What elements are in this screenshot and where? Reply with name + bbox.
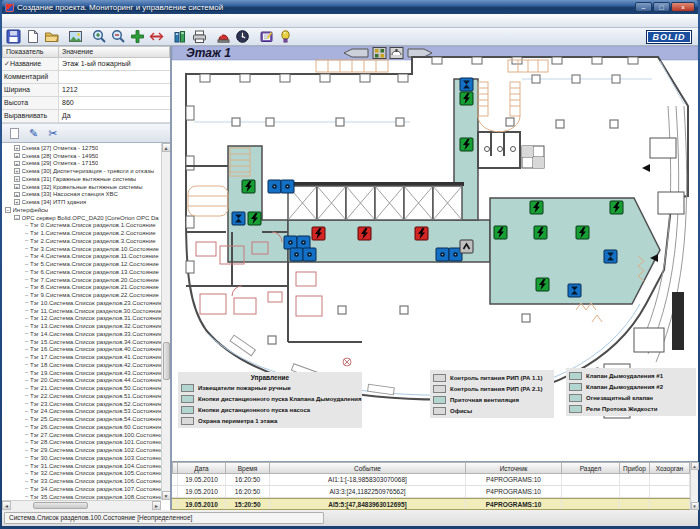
tree-item[interactable]: – Тэг 33.Система.Список разделов.106.Сос… bbox=[2, 477, 161, 485]
tree-item[interactable]: – Тэг 21.Система.Список разделов.50.Сост… bbox=[2, 384, 161, 392]
event-row[interactable]: 19.05.2010 15:20:50 AI5:5:[47,8483963012… bbox=[172, 498, 698, 510]
expand-icon[interactable]: – bbox=[23, 463, 30, 468]
tree-item[interactable]: – Тэг 15.Система.Список разделов.34.Сост… bbox=[2, 338, 161, 346]
tree-item[interactable]: – Тэг 32.Система.Список разделов.105.Сос… bbox=[2, 470, 161, 478]
manual-call-point-icon[interactable] bbox=[610, 201, 623, 214]
manual-call-point-icon[interactable] bbox=[494, 226, 507, 239]
tree-item[interactable]: + Схема [31] Гаражные вытяжные системы bbox=[2, 175, 161, 183]
tree-vertical-scrollbar[interactable]: ▲ ▼ bbox=[161, 143, 170, 500]
maximize-button[interactable]: □ bbox=[653, 2, 670, 12]
smoke-valve-icon[interactable] bbox=[568, 284, 581, 297]
prop-col-value[interactable]: Значение bbox=[59, 46, 170, 58]
tree-item[interactable]: – Тэг 18.Система.Список разделов.42.Сост… bbox=[2, 361, 161, 369]
tree-item[interactable]: – Тэг 27.Система.Список разделов.100.Сос… bbox=[2, 431, 161, 439]
expand-icon[interactable]: + bbox=[14, 153, 20, 159]
expand-icon[interactable]: – bbox=[23, 246, 30, 251]
tree-item[interactable]: + Схема [34] ИТП здания bbox=[2, 198, 161, 206]
expand-icon[interactable]: – bbox=[23, 324, 30, 329]
monitor-button[interactable] bbox=[233, 28, 252, 45]
scroll-thumb[interactable] bbox=[33, 502, 88, 509]
help-button[interactable] bbox=[276, 28, 295, 45]
zoom-in-button[interactable] bbox=[90, 28, 109, 45]
cut-icon[interactable]: ✂ bbox=[48, 128, 57, 139]
property-row[interactable]: Выравнивать Да bbox=[2, 110, 170, 123]
expand-icon[interactable]: – bbox=[23, 471, 30, 476]
expand-icon[interactable]: + bbox=[14, 145, 20, 151]
tree-item[interactable]: + Схема [29] Отметка - 17150 bbox=[2, 160, 161, 168]
expand-icon[interactable]: – bbox=[23, 262, 30, 267]
expand-icon[interactable]: – bbox=[23, 409, 30, 414]
expand-icon[interactable]: − bbox=[5, 207, 11, 213]
expand-icon[interactable]: – bbox=[23, 448, 30, 453]
object-tree[interactable]: + Схема [27] Отметка - 12750 + Схема [28… bbox=[2, 143, 170, 510]
expand-icon[interactable]: – bbox=[23, 231, 30, 236]
manual-call-point-icon[interactable] bbox=[242, 180, 255, 193]
remote-start-button-icon[interactable] bbox=[284, 236, 297, 249]
expand-icon[interactable]: – bbox=[23, 316, 30, 321]
expand-icon[interactable]: + bbox=[14, 168, 20, 174]
library-button[interactable] bbox=[171, 28, 190, 45]
expand-icon[interactable]: – bbox=[23, 300, 30, 305]
expand-icon[interactable]: – bbox=[23, 277, 30, 282]
scroll-down-icon[interactable]: ▼ bbox=[691, 502, 699, 510]
expand-icon[interactable]: – bbox=[23, 378, 30, 383]
smoke-valve-icon[interactable] bbox=[604, 250, 617, 263]
col-event[interactable]: Событие bbox=[270, 462, 466, 474]
expand-icon[interactable]: – bbox=[23, 393, 30, 398]
tree-item[interactable]: + Схема [30] Диспетчеризация - тревоги и… bbox=[2, 167, 161, 175]
property-row[interactable]: ✓Название Этаж 1-ый пожарный bbox=[2, 58, 170, 71]
expand-icon[interactable]: – bbox=[23, 254, 30, 259]
event-row[interactable]: 19.05.2010 16:20:50 AI1:1:[-18,985830307… bbox=[172, 474, 698, 486]
col-source[interactable]: Источник bbox=[466, 462, 562, 474]
alarm-call-point-icon[interactable] bbox=[312, 227, 325, 240]
expand-icon[interactable]: – bbox=[23, 293, 30, 298]
tree-item[interactable]: + Схема [33] Насосная станция ХВС bbox=[2, 191, 161, 199]
plan-canvas[interactable]: Этаж 1 bbox=[172, 46, 698, 461]
expand-icon[interactable]: – bbox=[23, 424, 30, 429]
scroll-thumb[interactable] bbox=[163, 342, 170, 380]
scroll-right-icon[interactable]: ► bbox=[152, 501, 161, 510]
event-log-scrollbar[interactable]: ▲ ▼ bbox=[690, 462, 698, 510]
save-button[interactable] bbox=[4, 28, 23, 45]
tree-item[interactable]: – Тэг 3.Система.Список разделов.10.Состо… bbox=[2, 245, 161, 253]
alarm-call-point-icon[interactable] bbox=[358, 227, 371, 240]
expand-icon[interactable]: – bbox=[23, 417, 30, 422]
tree-item[interactable]: + Схема [28] Отметка - 14950 bbox=[2, 152, 161, 160]
expand-icon[interactable]: – bbox=[23, 386, 30, 391]
expand-icon[interactable]: – bbox=[23, 432, 30, 437]
new-page-icon[interactable] bbox=[10, 128, 19, 139]
tree-item[interactable]: – Тэг 31.Система.Список разделов.104.Сос… bbox=[2, 462, 161, 470]
scroll-up-icon[interactable]: ▲ bbox=[162, 143, 171, 152]
manual-call-point-icon[interactable] bbox=[248, 212, 261, 225]
tree-item[interactable]: + Схема [27] Отметка - 12750 bbox=[2, 144, 161, 152]
tree-item[interactable]: – Тэг 22.Система.Список разделов.51.Сост… bbox=[2, 392, 161, 400]
fit-width-button[interactable] bbox=[147, 28, 166, 45]
remote-start-button-icon[interactable] bbox=[268, 180, 281, 193]
building-view-icon[interactable] bbox=[373, 48, 386, 59]
tree-item[interactable]: – Тэг 23.Система.Список разделов.52.Сост… bbox=[2, 400, 161, 408]
tree-item[interactable]: – Тэг 14.Система.Список разделов.33.Сост… bbox=[2, 330, 161, 338]
expand-icon[interactable]: + bbox=[14, 176, 20, 182]
expand-icon[interactable]: – bbox=[23, 308, 30, 313]
expand-icon[interactable]: – bbox=[23, 486, 30, 491]
tree-item[interactable]: + Схема [32] Кровельные вытяжные системы bbox=[2, 183, 161, 191]
zoom-out-button[interactable] bbox=[109, 28, 128, 45]
scroll-up-icon[interactable]: ▲ bbox=[691, 462, 699, 470]
tree-horizontal-scrollbar[interactable]: ◄ ► bbox=[2, 500, 161, 510]
edit-icon[interactable]: ✎ bbox=[29, 128, 38, 139]
add-button[interactable] bbox=[128, 28, 147, 45]
site-view-icon[interactable] bbox=[390, 48, 403, 59]
tree-item[interactable]: – Тэг 6.Система.Список разделов.13.Состо… bbox=[2, 268, 161, 276]
tree-item[interactable]: – Тэг 5.Система.Список разделов.12.Состо… bbox=[2, 260, 161, 268]
remote-start-button-icon[interactable] bbox=[303, 248, 316, 261]
print-button[interactable] bbox=[190, 28, 209, 45]
tree-item[interactable]: – Тэг 4.Система.Список разделов.11.Состо… bbox=[2, 253, 161, 261]
tree-item[interactable]: – Тэг 1.Система.Список разделов.2.Состоя… bbox=[2, 229, 161, 237]
expand-icon[interactable]: – bbox=[23, 455, 30, 460]
event-row[interactable]: 19.05.2010 16:20:50 AI3:3:[24,1182250976… bbox=[172, 486, 698, 498]
tree-item[interactable]: – Тэг 12.Система.Список разделов.31.Сост… bbox=[2, 315, 161, 323]
expand-icon[interactable]: + bbox=[14, 192, 20, 198]
manual-call-point-icon[interactable] bbox=[576, 226, 589, 239]
expand-icon[interactable]: – bbox=[23, 285, 30, 290]
expand-icon[interactable]: – bbox=[23, 370, 30, 375]
